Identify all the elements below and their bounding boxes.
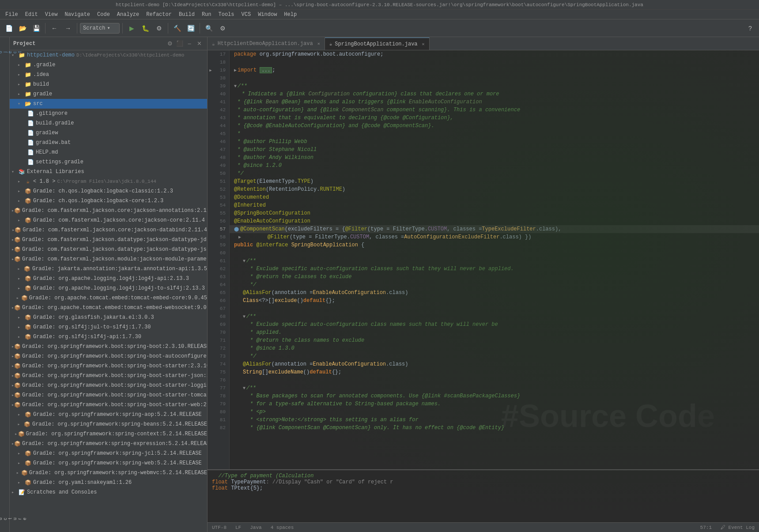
menu-window[interactable]: Window: [254, 10, 280, 19]
tree-item-dep-23[interactable]: ▸ 📦 Gradle: org.springframework.boot:spr…: [10, 400, 207, 410]
item-label: Gradle: org.springframework.boot:spring-…: [22, 373, 207, 379]
code-content[interactable]: package org.springframework.boot.autocon…: [230, 50, 759, 522]
menu-edit[interactable]: Edit: [22, 10, 42, 19]
tree-item-dep-14[interactable]: ▸ 📦 Gradle: org.glassfish.jakarta.el:3.0…: [10, 313, 207, 322]
tree-item-helpmd[interactable]: 📄 HELP.md: [10, 147, 207, 157]
gradle-icon: 📦: [14, 373, 21, 379]
tab-springboot[interactable]: ☕ SpringBootApplication.java ✕: [325, 38, 430, 50]
scratch-dropdown[interactable]: Scratch ▾: [80, 23, 120, 34]
tree-item-dep-29[interactable]: ▸ 📦 Gradle: org.springframework:spring-w…: [10, 458, 207, 468]
tree-item-dep-6[interactable]: ▸ 📦 Gradle: com.fasterxml.jackson.dataty…: [10, 235, 207, 245]
menu-analyze[interactable]: Analyze: [113, 10, 143, 19]
tab-close-btn[interactable]: ✕: [317, 41, 320, 46]
close-panel-btn[interactable]: ✕: [195, 39, 204, 48]
tree-item-gradlewbat[interactable]: 📄 gradlew.bat: [10, 138, 207, 147]
tree-item-dep-27[interactable]: ▸ 📦 Gradle: org.springframework:spring-e…: [10, 439, 207, 449]
tree-item-dep-10[interactable]: ▸ 📦 Gradle: org.apache.logging.log4j:log…: [10, 274, 207, 283]
tree-item-dep-19[interactable]: ▸ 📦 Gradle: org.springframework.boot:spr…: [10, 361, 207, 371]
tree-item-dep-11[interactable]: ▸ 📦 Gradle: org.apache.logging.log4j:log…: [10, 283, 207, 293]
tree-item-dep-28[interactable]: ▸ 📦 Gradle: org.springframework:spring-j…: [10, 449, 207, 458]
tree-item-dep-30[interactable]: ▸ 📦 Gradle: org.springframework:spring-w…: [10, 468, 207, 478]
help-search-btn[interactable]: ?: [744, 22, 756, 34]
tree-item-dep-4[interactable]: ▸ 📦 Gradle: com.fasterxml.jackson.core:j…: [10, 215, 207, 225]
tab-httpclient[interactable]: ☕ HttpclientDemoApplication.java ✕: [208, 38, 325, 50]
tree-item-dep-20[interactable]: ▸ 📦 Gradle: org.springframework.boot:spr…: [10, 371, 207, 381]
tree-item-dep-15[interactable]: ▸ 📦 Gradle: org.slf4j:jul-to-slf4j:1.7.3…: [10, 322, 207, 332]
tree-item-gitignore[interactable]: 📄 .gitignore: [10, 109, 207, 118]
tree-item-dep-31[interactable]: ▸ 📦 Gradle: org.yaml:snakeyaml:1.26: [10, 478, 207, 487]
item-label: Gradle: com.fasterxml.jackson.datatype:j…: [22, 246, 207, 253]
tree-item-dep-3[interactable]: ▸ 📦 Gradle: com.fasterxml.jackson.core:j…: [10, 206, 207, 215]
tree-item-dep-16[interactable]: ▸ 📦 Gradle: org.slf4j:slf4j-api:1.7.30: [10, 332, 207, 342]
tree-item-build-gradle[interactable]: 📄 build.gradle: [10, 118, 207, 128]
tree-item-dep-25[interactable]: ▸ 📦 Gradle: org.springframework:spring-b…: [10, 419, 207, 429]
menu-run[interactable]: Run: [198, 10, 215, 19]
tree-item-idea[interactable]: ▸ 📁 .idea: [10, 70, 207, 79]
profile-btn[interactable]: ⚙: [153, 22, 165, 34]
tree-root-project[interactable]: ▾ 📁 httpclient-demo D:\IdeaProjects\Cx33…: [10, 50, 207, 60]
tree-item-settings-gradle[interactable]: 📄 settings.gradle: [10, 157, 207, 167]
forward-btn[interactable]: →: [62, 22, 74, 34]
tree-item-dep-13[interactable]: ▸ 📦 Gradle: org.apache.tomcat.embed:tomc…: [10, 303, 207, 313]
item-label: .gradle: [33, 62, 55, 68]
project-stripe-btn[interactable]: Project: [1, 39, 9, 65]
line-num: 62: [214, 265, 229, 273]
item-arrow: ▸: [18, 451, 24, 456]
item-arrow: ▸: [17, 266, 23, 272]
run-btn[interactable]: ▶: [125, 22, 138, 34]
tree-item-dep-24[interactable]: ▸ 📦 Gradle: org.springframework:spring-a…: [10, 410, 207, 419]
tab-close-btn[interactable]: ✕: [422, 42, 425, 47]
menu-refactor[interactable]: Refactor: [143, 10, 175, 19]
tree-container[interactable]: ▾ 📁 httpclient-demo D:\IdeaProjects\Cx33…: [10, 50, 207, 532]
item-label: Gradle: org.apache.logging.log4j:log4j-a…: [33, 275, 189, 282]
tree-item-gradle-hidden[interactable]: ▸ 📁 .gradle: [10, 60, 207, 70]
line-num: 80: [214, 408, 229, 416]
menu-file[interactable]: File: [2, 10, 22, 19]
tree-item-dep-5[interactable]: ▸ 📦 Gradle: com.fasterxml.jackson.core:j…: [10, 225, 207, 235]
cog-icon-btn[interactable]: ⚙: [166, 39, 174, 48]
tree-item-dep-26[interactable]: ▸ 📦 Gradle: org.springframework:spring-c…: [10, 429, 207, 439]
menu-help[interactable]: Help: [280, 10, 300, 19]
tree-item-dep-18[interactable]: ▸ 📦 Gradle: org.springframework.boot:spr…: [10, 351, 207, 361]
item-label: gradle: [33, 91, 52, 97]
file-icon: 📄: [26, 149, 34, 156]
tree-item-scratches[interactable]: ▸ 📝 Scratches and Consoles: [10, 487, 207, 497]
tree-item-dep-1[interactable]: ▸ 📦 Gradle: ch.qos.logback:logback-class…: [10, 186, 207, 196]
back-btn[interactable]: ←: [48, 22, 60, 34]
item-label: Gradle: org.springframework:spring-expre…: [22, 441, 207, 447]
open-btn[interactable]: 📂: [16, 22, 29, 34]
collapse-all-btn[interactable]: –: [185, 39, 194, 48]
tree-item-gradlew[interactable]: 📄 gradlew: [10, 128, 207, 138]
gradle-icon: 📦: [21, 295, 28, 302]
tree-item-dep-22[interactable]: ▸ 📦 Gradle: org.springframework.boot:spr…: [10, 390, 207, 400]
save-all-btn[interactable]: 💾: [30, 22, 42, 34]
menu-vcs[interactable]: VCS: [238, 10, 255, 19]
menu-view[interactable]: View: [42, 10, 61, 19]
tree-item-src[interactable]: ▾ 📂 src: [10, 99, 207, 109]
build-btn[interactable]: 🔨: [171, 22, 183, 34]
structure-stripe-btn[interactable]: Structure: [1, 506, 9, 532]
tree-item-build[interactable]: ▸ 📁 build: [10, 79, 207, 89]
code-editor[interactable]: ▶ 17 18 19 38 39 40 41 42 43 44 4: [208, 50, 759, 522]
find-btn[interactable]: 🔍: [203, 22, 215, 34]
menu-tools[interactable]: Tools: [215, 10, 238, 19]
debug-btn[interactable]: 🐛: [139, 22, 151, 34]
menu-build[interactable]: Build: [175, 10, 198, 19]
tree-item-dep-17[interactable]: ▸ 📦 Gradle: org.springframework.boot:spr…: [10, 342, 207, 351]
tree-item-jdk[interactable]: ▸ ☕ < 1.8 > C:\Program Files\Java\jdk1.8…: [10, 177, 207, 186]
tree-item-dep-8[interactable]: ▸ 📦 Gradle: com.fasterxml.jackson.module…: [10, 254, 207, 264]
menu-navigate[interactable]: Navigate: [61, 10, 94, 19]
tree-item-gradle[interactable]: ▸ 📁 gradle: [10, 89, 207, 99]
expand-all-btn[interactable]: ⬛: [175, 39, 184, 48]
update-btn[interactable]: 🔄: [185, 22, 197, 34]
settings-btn[interactable]: ⚙: [216, 22, 229, 34]
tree-item-dep-7[interactable]: ▸ 📦 Gradle: com.fasterxml.jackson.dataty…: [10, 245, 207, 254]
tree-item-dep-12[interactable]: ▸ 📦 Gradle: org.apache.tomcat.embed:tomc…: [10, 293, 207, 303]
new-file-btn[interactable]: 📄: [3, 22, 15, 34]
tree-item-dep-9[interactable]: ▸ 📦 Gradle: jakarta.annotation:jakarta.a…: [10, 264, 207, 274]
menu-code[interactable]: Code: [94, 10, 113, 19]
tree-item-dep-2[interactable]: ▸ 📦 Gradle: ch.qos.logback:logback-core:…: [10, 196, 207, 206]
tree-item-ext-libs[interactable]: ▾ 📚 External Libraries: [10, 167, 207, 177]
code-line: ▼/**: [230, 257, 759, 265]
tree-item-dep-21[interactable]: ▸ 📦 Gradle: org.springframework.boot:spr…: [10, 381, 207, 390]
